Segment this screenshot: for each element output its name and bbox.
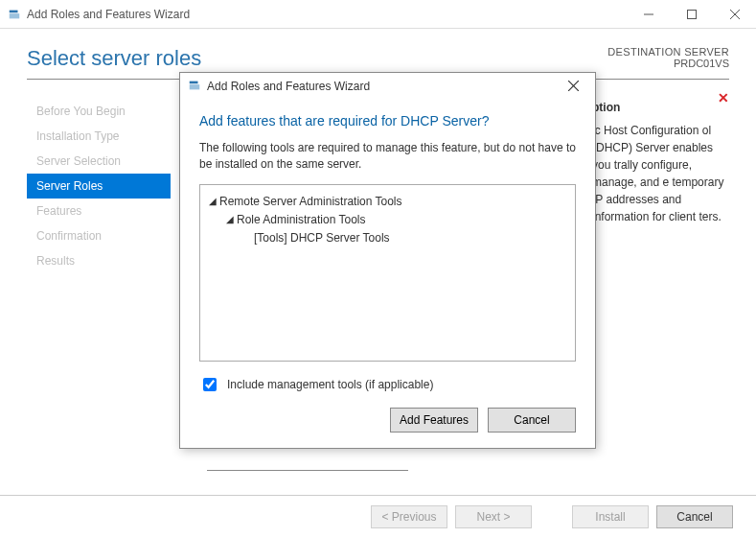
nav-results[interactable]: Results [27,248,171,273]
include-management-tools-row[interactable]: Include management tools (if applicable) [199,375,576,394]
dialog-question: Add features that are required for DHCP … [199,113,576,129]
install-button[interactable]: Install [572,505,649,528]
destination-block: DESTINATION SERVER PRDC01VS [607,46,729,69]
nav-installation-type[interactable]: Installation Type [27,124,171,149]
svg-rect-3 [687,10,696,18]
include-management-tools-checkbox[interactable] [203,378,217,391]
description-title: ption [592,99,729,116]
close-button[interactable] [713,0,756,29]
include-management-tools-label: Include management tools (if applicable) [227,378,433,391]
expand-icon[interactable]: ◢ [206,194,219,209]
maximize-button[interactable] [670,0,713,29]
dialog-title: Add Roles and Features Wizard [207,80,370,93]
page-title: Select server roles [27,46,201,71]
error-icon: ✕ [718,90,729,105]
dialog-close-button[interactable] [559,79,587,94]
tree-item-dhcp-tools[interactable]: [Tools] DHCP Server Tools [206,229,569,247]
cancel-button[interactable]: Cancel [656,505,733,528]
wizard-footer: < Previous Next > Install Cancel [0,495,756,538]
svg-rect-6 [190,81,198,83]
svg-rect-7 [190,84,200,89]
minimize-button[interactable] [627,0,670,29]
tree-label: [Tools] DHCP Server Tools [254,229,390,247]
dialog-cancel-button[interactable]: Cancel [488,408,576,433]
svg-rect-0 [10,10,18,12]
dialog-titlebar: Add Roles and Features Wizard [180,73,595,100]
tree-label: Role Administration Tools [237,211,366,229]
add-features-button[interactable]: Add Features [390,408,478,433]
window-title: Add Roles and Features Wizard [27,8,190,21]
previous-button[interactable]: < Previous [371,505,447,528]
features-tree[interactable]: ◢ Remote Server Administration Tools ◢ R… [199,184,576,362]
destination-server: PRDC01VS [607,58,729,69]
tree-item-role-admin[interactable]: ◢ Role Administration Tools [206,211,569,229]
nav-server-roles[interactable]: Server Roles [27,174,171,199]
description-body: ic Host Configuration ol (DHCP) Server e… [592,122,729,225]
dialog-app-icon [188,79,201,95]
tree-item-rsat[interactable]: ◢ Remote Server Administration Tools [206,193,569,211]
wizard-nav: Before You Begin Installation Type Serve… [27,99,171,273]
destination-label: DESTINATION SERVER [607,46,729,58]
roles-list-border-fragment [207,470,408,471]
svg-rect-1 [10,13,20,18]
add-features-dialog: Add Roles and Features Wizard Add featur… [179,72,596,449]
nav-before-you-begin[interactable]: Before You Begin [27,99,171,124]
nav-server-selection[interactable]: Server Selection [27,149,171,174]
expand-icon[interactable]: ◢ [223,212,237,227]
nav-features[interactable]: Features [27,199,171,223]
app-icon [8,8,21,21]
nav-confirmation[interactable]: Confirmation [27,223,171,248]
tree-label: Remote Server Administration Tools [219,193,402,211]
dialog-explain: The following tools are required to mana… [199,140,576,173]
window-titlebar: Add Roles and Features Wizard [0,0,756,29]
next-button[interactable]: Next > [455,505,532,528]
